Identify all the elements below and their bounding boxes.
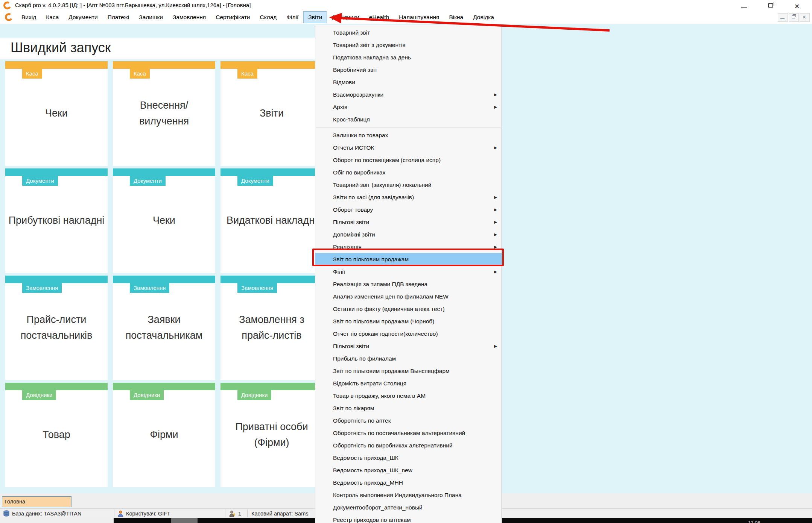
menubar-item-довідники[interactable]: Довідники [327,11,364,23]
menu-item[interactable]: Контроль выполнения Индивидуального План… [315,489,502,501]
menu-item-label: Податкова накладна за день [333,54,411,61]
menubar-items: ВихідКасаДокументиПлатежіЗалишкиЗамовлен… [17,11,499,24]
menu-item[interactable]: Анализ изменения цен по филиалам NEW [315,290,502,303]
menu-item[interactable]: Прибыль по филиалам [315,352,502,365]
menu-item[interactable]: Обіг по виробниках [315,166,502,179]
menu-item[interactable]: Звіт по пільговим продажам (Чорноб) [315,315,502,327]
menu-item[interactable]: Оборотність по аптек [315,414,502,427]
menu-item[interactable]: Ведомость прихода_МНН [315,476,502,489]
menubar-item-платежі[interactable]: Платежі [103,11,134,23]
menu-item[interactable]: Ведомость прихода_ШК [315,452,502,464]
menu-item-label: Допоміжні звіти [333,231,375,238]
menu-item[interactable]: Відмови [315,76,502,88]
tile-приватні особи (фірми)[interactable]: ДовідникиПриватні особи (Фірми) [220,383,323,487]
menu-item-label: Товарний звіт (закупівля) локальний [333,182,431,188]
tile-чеки[interactable]: КасаЧеки [5,61,108,166]
tile-прайс-листи постачальників[interactable]: ЗамовленняПрайс-листи постачальників [5,276,108,380]
menu-item[interactable]: Остатки по факту (единичная атека тест) [315,303,502,315]
menu-item-label: Звіт по пільговим продажам (Чорноб) [333,318,434,324]
menu-item[interactable]: Філії▶ [315,265,502,278]
status-user-text: Користувач: GIFT [126,511,170,517]
window-restore-button[interactable] [765,2,776,9]
menu-item[interactable]: Оборотність по постачальникам альтернати… [315,427,502,439]
tile-замовлення з прайс-листів[interactable]: ЗамовленняЗамовлення з прайс-листів [220,276,323,380]
menubar-item-залишки[interactable]: Залишки [134,11,168,23]
menu-item[interactable]: Звіт по пільговим продажам Вынспецфарм [315,365,502,377]
menubar-item-замовлення[interactable]: Замовлення [168,11,211,23]
menu-item-label: Оборотність по аптек [333,417,391,424]
menu-item[interactable]: Реестр приходов по аптекам [315,514,502,523]
tile-звіти[interactable]: КасаЗвіти [220,61,323,166]
menu-item[interactable]: Отчет по срокам годности(количество) [315,327,502,340]
menu-item[interactable]: Пільгові звіти▶ [315,216,502,228]
menubar-item-документи[interactable]: Документи [64,11,102,23]
menu-item[interactable]: Отчеты ИСТОК▶ [315,141,502,154]
menu-item[interactable]: Залишки по товарах [315,129,502,141]
menu-item[interactable]: Товар в продажу, якого нема в АМ [315,390,502,402]
menubar-item-довідка[interactable]: Довідка [468,11,499,23]
tile-фірми[interactable]: ДовідникиФірми [113,383,215,487]
title-bar: Скарб pro v. 4.0.2.85 [ІД: ] - [Апт №003… [0,0,812,11]
menu-item-label: Звіти по касі (для завідувачів) [333,194,414,200]
submenu-arrow-icon: ▶ [494,203,497,216]
menubar-item-звіти[interactable]: Звіти [303,11,327,23]
menu-item-label: Товарний звіт з документів [333,42,406,48]
mdi-restore-button[interactable] [789,13,799,22]
menu-item[interactable]: Звіт по лікарям [315,402,502,414]
window-title: Скарб pro v. 4.0.2.85 [ІД: ] - [Апт №003… [15,2,251,8]
status-separator [225,509,225,517]
taskbar-button[interactable] [171,518,198,523]
menu-item[interactable]: Товарний звіт [315,26,502,39]
tile-label: Внесення/вилучення [113,61,215,166]
menu-item-label: Філії [333,268,345,275]
reports-dropdown-menu: Товарний звітТоварний звіт з документівП… [315,25,502,523]
tile-label: Видаткові накладні [220,168,323,273]
tile-label: Звіти [220,61,323,166]
menu-item[interactable]: Виробничий звіт [315,64,502,76]
menu-item[interactable]: Допоміжні звіти▶ [315,228,502,241]
tile-label: Товар [5,383,108,487]
menubar-item-ehealth[interactable]: eHealth [364,11,394,23]
tile-товар[interactable]: ДовідникиТовар [5,383,108,487]
menu-item-label: Оборотність по постачальникам альтернати… [333,430,465,436]
menu-item[interactable]: Пільгові звіти▶ [315,340,502,352]
menu-item[interactable]: Ведомость прихода_ШК_new [315,464,502,476]
menu-item[interactable]: Товарний звіт з документів [315,39,502,51]
menu-item[interactable]: Взаєморозрахунки▶ [315,88,502,101]
menu-item[interactable]: Оборотність по виробниках альтернативний [315,439,502,452]
menubar-item-каса[interactable]: Каса [41,11,64,23]
menu-item-label: Реалізація за типами ПДВ зведена [333,281,427,287]
menu-item[interactable]: Податкова накладна за день [315,51,502,64]
menu-item-label: Остатки по факту (единичная атека тест) [333,306,445,312]
tile-внесення/вилучення[interactable]: КасаВнесення/вилучення [113,61,215,166]
tile-видаткові накладні[interactable]: ДокументиВидаткові накладні [220,168,323,273]
menu-item[interactable]: Реалізація за типами ПДВ зведена [315,278,502,290]
menubar-item-філії[interactable]: Філії [281,11,303,23]
mdi-window-controls: ✕ [778,13,810,22]
menubar-item-налаштування[interactable]: Налаштування [394,11,444,23]
menu-item[interactable]: Крос-таблиця [315,113,502,126]
menu-item[interactable]: Відомість витрати Столиця [315,377,502,390]
tile-чеки[interactable]: ДокументиЧеки [113,168,215,273]
menu-item[interactable]: Оборот товару▶ [315,203,502,216]
mdi-close-button[interactable]: ✕ [800,13,810,22]
window-minimize-button[interactable] [739,2,750,9]
menubar-item-сертифікати[interactable]: Сертифікати [211,11,255,23]
menu-item[interactable]: Архів▶ [315,101,502,113]
window-close-button[interactable]: ✕ [792,2,803,9]
quick-launch-tiles: КасаЧекиКасаВнесення/вилученняКасаЗвітиД… [5,61,323,487]
menubar-item-склад[interactable]: Склад [255,11,281,23]
menubar-item-вікна[interactable]: Вікна [444,11,468,23]
menu-item[interactable]: Звіти по касі (для завідувачів)▶ [315,191,502,203]
submenu-arrow-icon: ▶ [494,340,497,352]
menu-item[interactable]: Оборот по поставщикам (столица испр) [315,154,502,166]
menu-item[interactable]: Товарний звіт (закупівля) локальний [315,179,502,191]
tile-прибуткові накладні[interactable]: ДокументиПрибуткові накладні [5,168,108,273]
menu-item[interactable]: Документооборот_аптеки_новый [315,501,502,514]
menubar-item-вихід[interactable]: Вихід [17,11,41,23]
close-icon: ✕ [794,3,800,10]
mdi-minimize-button[interactable] [778,13,788,22]
tile-заявки постачальникам[interactable]: ЗамовленняЗаявки постачальникам [113,276,215,380]
tab-golovna[interactable]: Головна [2,496,71,507]
submenu-arrow-icon: ▶ [494,101,497,113]
